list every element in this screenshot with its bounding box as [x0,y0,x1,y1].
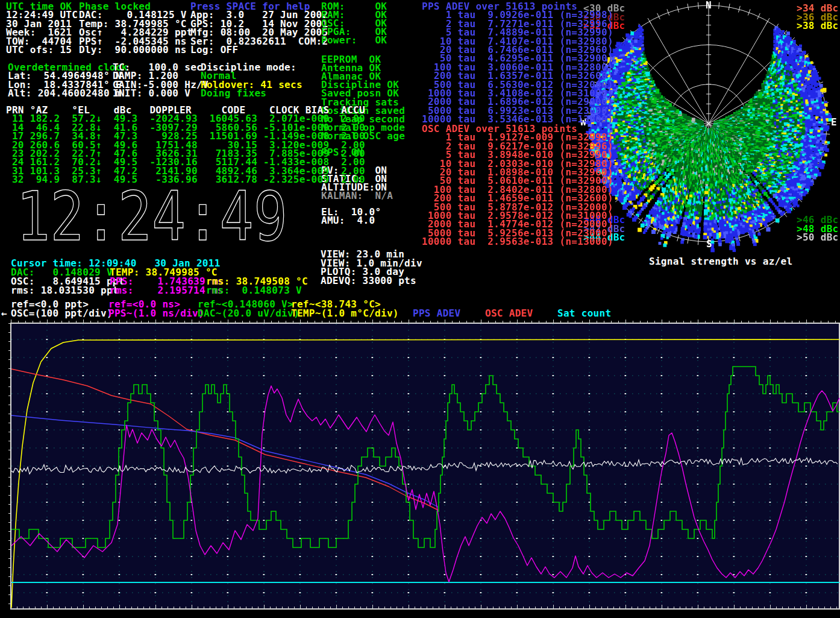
view-block-l3: ADEVQ: 33000 pts [321,277,416,286]
polar-legend-se-l2: >50 dBc [797,233,839,242]
cursor-col3-l1: rms: 0.148073 V [206,286,302,295]
polar-caption-l0: Signal strength vs az/el [649,257,792,266]
overdetermined-block-l3: Alt: 204.46002480 m [8,89,122,98]
compass-n-l0: N [706,1,712,10]
discipline-block-l3: Doing fixes [201,89,266,98]
big-clock-text: 12:24:49 [16,184,287,245]
ref-col-osc-l1: OSC=(100 ppt/div) [11,309,113,318]
fix-flags-block-l3: KALMAN: N/A [321,192,393,201]
compass-e-l0: E [831,118,837,127]
plot-background [11,324,839,609]
plot-key-pps-adev-l0: PPS ADEV [413,309,460,318]
compass-s-l0: S [706,240,712,249]
lady-heather-screen: 12:24:49 UTC time OK12:24:49 UTC30 Jan 2… [0,0,840,618]
cursor-col1-l2: rms: 18.031530 ppt [11,286,119,295]
plot-key-osc-adev-l0: OSC ADEV [485,309,533,318]
ref-col-dac-l1: DAC~(20.0 uV/div) [198,309,299,318]
scroll-arrow-l0: ← [1,309,7,318]
ref-col-temp-l1: TEMP~(1.0 m°C/div) [291,309,399,318]
hw-status-block-l4: Power: OK [321,36,387,45]
ref-col-pps-l1: PPS~(1.0 ns/div) [108,309,204,318]
tc-block-l3: INIT: 0.000 V [113,89,190,98]
big-digital-clock: 12:24:49 [12,184,292,245]
help-block-l5: Log: OFF [190,46,238,55]
el-amu-block-l1: AMU: 4.0 [321,216,375,225]
history-plot-area[interactable] [0,320,840,618]
phase-block-l5: Dly: 90.000000 ns [79,46,187,55]
sat-table-row-7: 32 94.9 87.3↓ 49.5 -336.96 3612.78 -2.32… [6,175,365,184]
polar-legend-ne-l2: >38 dBc [797,22,839,31]
plot-key-sat-count-l0: Sat count [557,309,611,318]
utc-block-l5: UTC ofs: 15 [6,46,72,55]
osc-adev-row-12: 10000 tau 2.9563e-013 (n=13000) [422,238,613,247]
